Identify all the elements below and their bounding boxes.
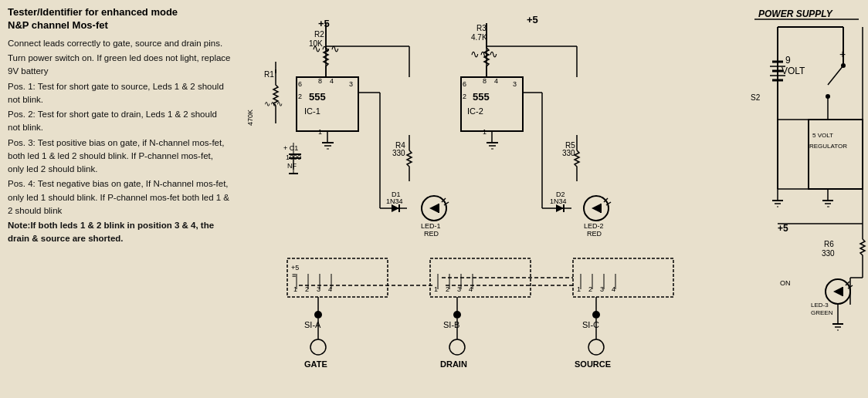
svg-text:330: 330 <box>822 249 835 258</box>
svg-text:1: 1 <box>318 128 322 136</box>
svg-text:+5: +5 <box>291 264 299 272</box>
title: Tester/Identifier for enhanced mode N&P … <box>8 6 232 32</box>
svg-text:4: 4 <box>494 77 498 85</box>
svg-text:555: 555 <box>473 91 490 103</box>
main-container: Tester/Identifier for enhanced mode N&P … <box>0 0 868 398</box>
desc-pos3: Pos. 3: Test positive bias on gate, if N… <box>8 137 232 177</box>
circuit-area: homemade-circuits.com homemade-circuits.… <box>239 0 868 398</box>
svg-text:GREEN: GREEN <box>811 309 833 316</box>
svg-text:REGULATOR: REGULATOR <box>809 143 847 150</box>
svg-text:555: 555 <box>309 91 326 103</box>
svg-text:1: 1 <box>577 285 581 293</box>
desc-note: Note:If both leds 1 & 2 blink in positio… <box>8 219 232 246</box>
svg-text:3: 3 <box>513 80 517 88</box>
svg-text:+5: +5 <box>778 223 788 234</box>
svg-text:∿∿∿: ∿∿∿ <box>264 100 283 108</box>
svg-text:GATE: GATE <box>304 359 327 369</box>
svg-text:ON: ON <box>780 279 791 287</box>
svg-text:R2: R2 <box>314 30 324 39</box>
svg-text:≡: ≡ <box>292 272 296 279</box>
svg-text:+: + <box>839 48 846 60</box>
svg-text:S2: S2 <box>751 93 761 102</box>
svg-text:SOURCE: SOURCE <box>575 359 611 369</box>
circuit-svg: POWER SUPPLY +5 +5 R2 10K ∿∿∿ R3 4.7K ∿∿… <box>239 0 868 398</box>
svg-text:POWER SUPPLY: POWER SUPPLY <box>758 8 833 19</box>
svg-text:+5: +5 <box>318 18 330 29</box>
svg-text:4: 4 <box>469 285 473 293</box>
svg-text:4.7K: 4.7K <box>471 33 487 42</box>
svg-text:3: 3 <box>349 80 353 88</box>
description: Connect leads correctly to gate, source … <box>8 37 232 246</box>
svg-text:3: 3 <box>600 285 604 293</box>
desc-pos2: Pos. 2: Test for short gate to drain, Le… <box>8 108 232 135</box>
svg-text:4: 4 <box>330 77 334 85</box>
svg-text:∿∿∿: ∿∿∿ <box>470 48 498 60</box>
svg-text:2: 2 <box>298 93 302 100</box>
desc-pos4: Pos. 4: Test negative bias on gate, If N… <box>8 177 232 218</box>
svg-text:6: 6 <box>298 80 302 88</box>
svg-text:+5: +5 <box>527 14 538 25</box>
svg-text:R6: R6 <box>824 240 834 248</box>
svg-text:IC-1: IC-1 <box>304 106 320 116</box>
svg-text:VOLT: VOLT <box>782 66 805 76</box>
svg-text:4: 4 <box>612 285 615 293</box>
svg-text:3: 3 <box>457 285 461 293</box>
svg-text:8: 8 <box>318 77 322 85</box>
left-panel: Tester/Identifier for enhanced mode N&P … <box>0 0 239 398</box>
svg-text:8: 8 <box>483 77 487 85</box>
svg-text:IC-2: IC-2 <box>467 106 483 116</box>
svg-text:1: 1 <box>434 285 438 293</box>
svg-text:5 VOLT: 5 VOLT <box>812 132 833 139</box>
svg-text:1N34: 1N34 <box>550 197 567 205</box>
svg-text:330: 330 <box>562 149 575 157</box>
svg-text:2: 2 <box>588 285 592 293</box>
desc-pos1: Pos. 1: Test for short gate to source, L… <box>8 80 232 107</box>
svg-text:1: 1 <box>483 128 487 136</box>
svg-text:R1: R1 <box>264 70 274 79</box>
svg-rect-160 <box>809 120 863 189</box>
svg-text:R3: R3 <box>476 24 487 32</box>
svg-point-157 <box>841 63 846 68</box>
svg-text:LED-3: LED-3 <box>811 302 829 309</box>
svg-text:DRAIN: DRAIN <box>440 359 467 369</box>
svg-text:LED-2: LED-2 <box>584 222 604 230</box>
svg-text:RED: RED <box>587 230 602 238</box>
svg-text:2: 2 <box>463 93 466 100</box>
desc-para1: Connect leads correctly to gate, source … <box>8 37 232 50</box>
svg-text:1N34: 1N34 <box>386 197 403 205</box>
desc-para2: Turn power switch on. If green led does … <box>8 52 232 79</box>
svg-text:2: 2 <box>446 285 449 293</box>
svg-text:RED: RED <box>424 230 439 238</box>
svg-text:470K: 470K <box>246 110 254 126</box>
svg-text:330: 330 <box>392 149 405 157</box>
svg-text:6: 6 <box>463 80 466 88</box>
svg-text:9: 9 <box>785 55 791 66</box>
svg-text:+ C1: + C1 <box>283 144 298 152</box>
svg-text:LED-1: LED-1 <box>421 222 441 230</box>
svg-text:NF: NF <box>287 162 297 170</box>
